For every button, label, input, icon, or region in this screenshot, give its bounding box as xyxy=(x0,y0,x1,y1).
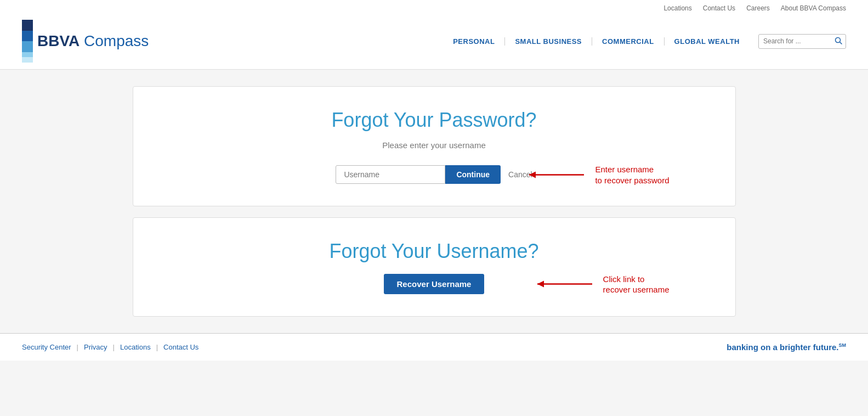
locations-link[interactable]: Locations xyxy=(663,4,691,12)
footer-locations-link[interactable]: Locations xyxy=(120,343,151,351)
nav-global-wealth[interactable]: GLOBAL WEALTH xyxy=(665,37,750,46)
brand-logo: BBVA Compass xyxy=(37,32,149,50)
username-recovery-form: Recover Username Click link torecover us… xyxy=(166,274,702,294)
search-box[interactable] xyxy=(758,34,846,49)
about-link[interactable]: About BBVA Compass xyxy=(781,4,846,12)
continue-button[interactable]: Continue xyxy=(445,165,501,184)
footer: Security Center | Privacy | Locations | … xyxy=(0,333,868,361)
forgot-username-card: Forgot Your Username? Recover Username C… xyxy=(133,217,736,317)
nav-small-business[interactable]: SMALL BUSINESS xyxy=(505,37,592,46)
page-content: Forgot Your Password? Please enter your … xyxy=(122,86,747,317)
password-annotation-text: Enter usernameto recover password xyxy=(595,164,669,185)
arrow-icon-2 xyxy=(532,277,598,292)
footer-contact-link[interactable]: Contact Us xyxy=(163,343,198,351)
careers-link[interactable]: Careers xyxy=(746,4,770,12)
forgot-password-card: Forgot Your Password? Please enter your … xyxy=(133,86,736,206)
contact-link[interactable]: Contact Us xyxy=(703,4,735,12)
logo-area[interactable]: BBVA Compass xyxy=(22,20,149,63)
main-header-row: BBVA Compass PERSONAL SMALL BUSINESS COM… xyxy=(22,14,846,69)
header: Locations Contact Us Careers About BBVA … xyxy=(0,0,868,70)
footer-security-link[interactable]: Security Center xyxy=(22,343,71,351)
search-button[interactable] xyxy=(835,37,842,46)
footer-links: Security Center | Privacy | Locations | … xyxy=(22,343,198,351)
username-input[interactable] xyxy=(336,165,445,184)
forgot-password-title: Forgot Your Password? xyxy=(166,109,702,132)
top-navigation: Locations Contact Us Careers About BBVA … xyxy=(22,0,846,14)
forgot-username-title: Forgot Your Username? xyxy=(166,240,702,263)
password-recovery-form: Continue Cancel Enter usernameto recover… xyxy=(166,165,702,184)
recover-username-button[interactable]: Recover Username xyxy=(384,274,485,294)
footer-tagline: banking on a brighter future.SM xyxy=(727,342,846,352)
username-annotation: Click link torecover username xyxy=(532,273,670,295)
svg-marker-5 xyxy=(537,281,544,288)
arrow-icon xyxy=(524,167,589,182)
svg-marker-3 xyxy=(529,171,536,178)
search-input[interactable] xyxy=(763,37,835,45)
svg-line-1 xyxy=(840,42,842,44)
nav-personal[interactable]: PERSONAL xyxy=(443,37,505,46)
nav-commercial[interactable]: COMMERCIAL xyxy=(592,37,665,46)
password-annotation: Enter usernameto recover password xyxy=(524,164,669,185)
forgot-password-subtitle: Please enter your username xyxy=(166,140,702,150)
username-annotation-text: Click link torecover username xyxy=(603,273,670,295)
footer-privacy-link[interactable]: Privacy xyxy=(84,343,107,351)
main-navigation: PERSONAL SMALL BUSINESS COMMERCIAL GLOBA… xyxy=(443,34,846,49)
